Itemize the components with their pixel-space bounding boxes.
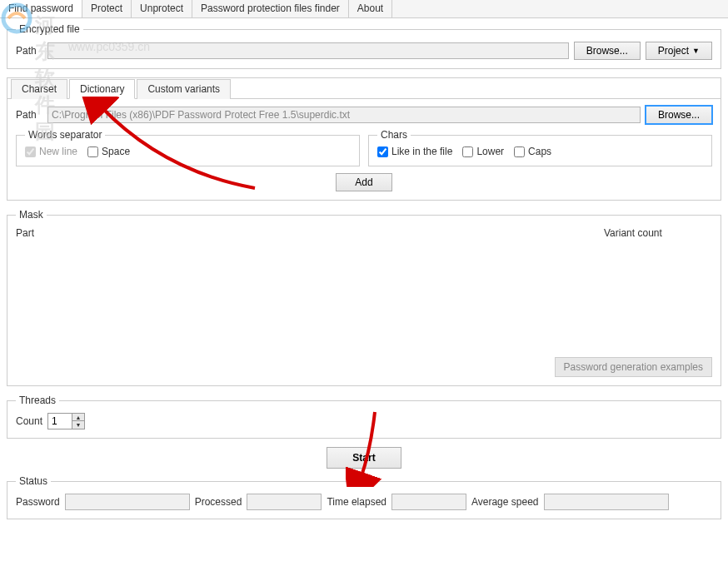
menu-find-password[interactable]: Find password <box>0 0 82 17</box>
attack-tabs: Charset Dictionary Custom variants <box>7 78 721 99</box>
path-label: Path <box>16 45 42 57</box>
dict-path-label: Path <box>16 109 42 121</box>
count-label: Count <box>16 415 42 427</box>
menu-ppff[interactable]: Password protection files finder <box>192 0 349 17</box>
encrypted-file-group: Encrypted file Path Browse... Project▼ <box>7 23 721 69</box>
status-legend: Status <box>16 475 51 487</box>
thread-count-input[interactable] <box>48 414 72 429</box>
chars-group: Chars Like in the file Lower Caps <box>368 129 712 166</box>
mask-legend: Mask <box>16 209 47 221</box>
thread-count-spinner[interactable]: ▲ ▼ <box>47 413 85 429</box>
mask-variant-count-header: Variant count <box>604 227 712 239</box>
lower-checkbox[interactable]: Lower <box>462 146 504 157</box>
newline-checkbox[interactable]: New line <box>25 146 77 157</box>
mask-group: Mask Part Variant count Password generat… <box>7 209 721 386</box>
status-password-value <box>65 494 190 510</box>
spinner-up-icon[interactable]: ▲ <box>72 414 84 421</box>
dictionary-path-input[interactable] <box>47 107 641 123</box>
menu-unprotect[interactable]: Unprotect <box>132 0 192 17</box>
caps-checkbox[interactable]: Caps <box>514 146 551 157</box>
status-speed-label: Average speed <box>471 496 539 508</box>
like-file-checkbox[interactable]: Like in the file <box>377 146 452 157</box>
status-processed-label: Processed <box>195 496 242 508</box>
mask-part-header: Part <box>16 227 604 239</box>
dictionary-browse-button[interactable]: Browse... <box>646 106 712 124</box>
encrypted-file-legend: Encrypted file <box>16 23 83 35</box>
encrypted-file-path-input[interactable] <box>47 42 569 59</box>
status-password-label: Password <box>16 496 60 508</box>
status-processed-value <box>247 494 322 510</box>
space-checkbox[interactable]: Space <box>87 146 130 157</box>
attack-config-group: Charset Dictionary Custom variants Path … <box>7 77 721 201</box>
encrypted-file-browse-button[interactable]: Browse... <box>574 42 641 60</box>
tab-charset[interactable]: Charset <box>11 79 67 99</box>
chars-legend: Chars <box>377 129 411 141</box>
tab-custom-variants[interactable]: Custom variants <box>137 79 231 99</box>
words-separator-group: Words separator New line Space <box>16 129 360 166</box>
add-button[interactable]: Add <box>336 173 391 191</box>
status-group: Status Password Processed Time elapsed A… <box>7 475 721 519</box>
words-sep-legend: Words separator <box>25 129 105 141</box>
mask-list-area[interactable] <box>16 239 712 357</box>
caret-down-icon: ▼ <box>692 47 700 55</box>
password-generation-button[interactable]: Password generation examples <box>555 357 712 377</box>
status-speed-value <box>544 494 669 510</box>
threads-group: Threads Count ▲ ▼ <box>7 395 721 439</box>
status-elapsed-label: Time elapsed <box>327 496 386 508</box>
tab-dictionary[interactable]: Dictionary <box>69 79 135 99</box>
menu-protect[interactable]: Protect <box>82 0 132 17</box>
threads-legend: Threads <box>16 395 59 406</box>
menu-about[interactable]: About <box>349 0 392 17</box>
main-menubar: Find password Protect Unprotect Password… <box>0 0 728 18</box>
start-button[interactable]: Start <box>327 447 401 469</box>
project-button[interactable]: Project▼ <box>646 42 712 60</box>
status-elapsed-value <box>391 494 466 510</box>
spinner-down-icon[interactable]: ▼ <box>72 421 84 429</box>
